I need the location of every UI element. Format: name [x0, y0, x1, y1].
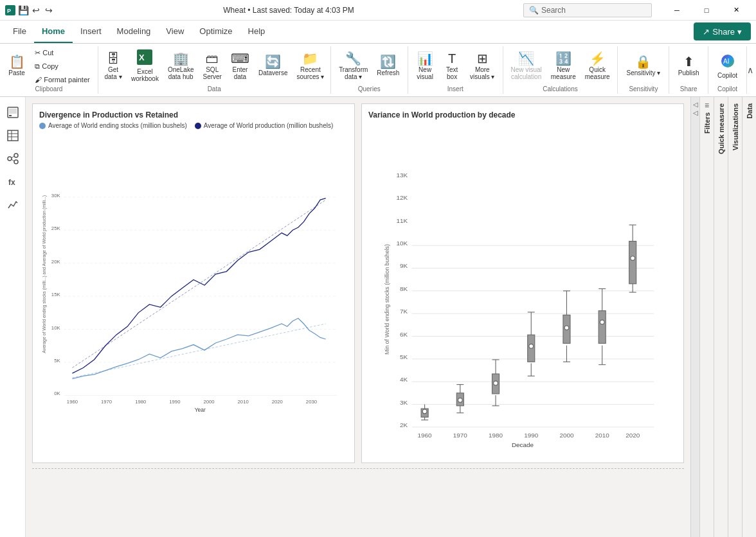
cut-button[interactable]: ✂ Cut: [31, 47, 94, 59]
svg-text:1990: 1990: [169, 399, 180, 405]
refresh-button[interactable]: 🔃 Refresh: [373, 53, 403, 79]
ribbon-group-calculations: 📉 New visualcalculation 🔢 Newmeasure ⚡ Q…: [503, 46, 618, 94]
share-label: Share: [712, 27, 735, 37]
share-button[interactable]: ↗ Share ▾: [694, 22, 751, 40]
svg-text:13K: 13K: [396, 172, 408, 179]
format-painter-button[interactable]: 🖌 Format painter: [31, 74, 94, 85]
svg-point-13: [8, 157, 12, 161]
metrics-view-icon[interactable]: [3, 195, 23, 215]
copy-button[interactable]: ⧉ Copy: [31, 60, 94, 73]
search-icon: 🔍: [529, 6, 539, 15]
svg-rect-9: [8, 130, 18, 141]
document-title: Wheat • Last saved: Today at 4:03 PM: [59, 6, 518, 15]
tab-help[interactable]: Help: [240, 20, 273, 43]
ribbon-tabs: File Home Insert Modeling View Optimize …: [0, 21, 756, 44]
sql-icon: 🗃: [206, 52, 219, 65]
svg-rect-7: [9, 109, 17, 114]
svg-point-15: [14, 160, 18, 164]
tab-home[interactable]: Home: [34, 20, 73, 43]
onelake-icon: 🏢: [173, 52, 189, 65]
excel-workbook-button[interactable]: X Excelworkbook: [127, 47, 163, 85]
tab-insert[interactable]: Insert: [73, 20, 109, 43]
minimize-button[interactable]: ─: [662, 0, 692, 21]
publish-button[interactable]: ⬆ Publish: [674, 53, 703, 79]
new-measure-icon: 🔢: [555, 52, 572, 65]
canvas-separator: [32, 468, 684, 469]
svg-rect-103: [629, 242, 636, 284]
data-label: Data: [208, 85, 221, 94]
clipboard-label: Clipboard: [35, 85, 63, 94]
sql-server-button[interactable]: 🗃 SQLServer: [199, 49, 225, 83]
svg-text:10K: 10K: [396, 240, 408, 247]
svg-text:5K: 5K: [400, 353, 408, 360]
svg-text:0K: 0K: [54, 391, 60, 396]
insert-items: 📊 Newvisual T Textbox ⊞ Morevisuals ▾: [412, 46, 498, 85]
collapse-right-icon[interactable]: ◁: [693, 109, 698, 116]
legend-dot-production: [195, 123, 201, 129]
visualizations-panel-tab[interactable]: Visualizations: [728, 97, 742, 537]
svg-point-82: [494, 381, 498, 385]
svg-point-106: [631, 256, 635, 261]
left-chart-svg: 0K 5K 10K 15K 20K 25K 30K 196: [39, 132, 348, 439]
redo-icon[interactable]: ↪: [44, 5, 54, 15]
left-chart-title: Divergence in Production vs Retained: [39, 110, 348, 119]
svg-text:9K: 9K: [400, 262, 408, 269]
tab-file[interactable]: File: [5, 20, 34, 43]
dataverse-button[interactable]: 🔄 Dataverse: [255, 53, 292, 79]
table-view-icon[interactable]: [3, 125, 23, 146]
legend-label-stocks: Average of World ending stocks (million …: [48, 122, 187, 129]
new-visual-calc-icon: 📉: [518, 52, 534, 65]
svg-line-17: [12, 159, 14, 161]
main-canvas: Divergence in Production vs Retained Ave…: [26, 97, 690, 537]
new-measure-button[interactable]: 🔢 Newmeasure: [547, 49, 580, 83]
svg-text:20K: 20K: [51, 259, 61, 265]
close-button[interactable]: ✕: [721, 0, 751, 21]
new-visual-calc-button[interactable]: 📉 New visualcalculation: [507, 49, 545, 83]
right-chart[interactable]: Variance in World production by decade 2…: [361, 103, 684, 463]
filters-panel-tab[interactable]: ≡ Filters: [699, 97, 714, 537]
onelake-button[interactable]: 🏢 OneLakedata hub: [164, 49, 198, 83]
collapse-left-icon[interactable]: ◁: [693, 101, 698, 108]
recent-sources-button[interactable]: 📁 Recentsources ▾: [293, 49, 328, 83]
data-panel-tab[interactable]: Data: [742, 97, 756, 537]
get-data-button[interactable]: 🗄 Getdata ▾: [100, 49, 126, 83]
model-view-icon[interactable]: [3, 148, 23, 169]
svg-line-16: [12, 156, 14, 158]
sensitivity-icon: 🔒: [635, 55, 651, 68]
search-box[interactable]: 🔍 Search: [523, 3, 652, 17]
sensitivity-button[interactable]: 🔒 Sensitivity ▾: [622, 53, 664, 79]
ribbon-collapse-button[interactable]: ∧: [747, 65, 753, 75]
tab-modeling[interactable]: Modeling: [109, 20, 159, 43]
search-placeholder: Search: [541, 6, 566, 15]
svg-text:AI: AI: [723, 58, 729, 65]
right-chart-title: Variance in World production by decade: [368, 110, 677, 119]
svg-text:Min of World ending stocks (mi: Min of World ending stocks (million bush…: [384, 244, 390, 355]
undo-icon[interactable]: ↩: [31, 5, 41, 15]
copilot-button[interactable]: AI Copilot: [714, 51, 741, 82]
quick-measure-button[interactable]: ⚡ Quickmeasure: [581, 49, 614, 83]
new-visual-button[interactable]: 📊 Newvisual: [412, 49, 438, 83]
quick-measure-panel-tab[interactable]: Quick measure: [714, 97, 728, 537]
maximize-button[interactable]: □: [692, 0, 721, 21]
text-box-button[interactable]: T Textbox: [439, 49, 465, 83]
tab-optimize[interactable]: Optimize: [192, 20, 240, 43]
paste-button[interactable]: 📋 Paste: [4, 53, 30, 79]
svg-text:15K: 15K: [51, 292, 61, 297]
enter-data-button[interactable]: ⌨ Enterdata: [227, 49, 253, 83]
svg-point-100: [600, 320, 604, 324]
dax-view-icon[interactable]: fx: [3, 172, 23, 192]
left-chart[interactable]: Divergence in Production vs Retained Ave…: [32, 103, 355, 463]
save-icon[interactable]: 💾: [18, 5, 28, 15]
svg-text:8K: 8K: [400, 285, 408, 292]
svg-text:25K: 25K: [51, 225, 61, 231]
report-view-icon[interactable]: [3, 102, 23, 123]
more-visuals-button[interactable]: ⊞ Morevisuals ▾: [466, 49, 498, 83]
svg-text:12K: 12K: [396, 194, 408, 201]
legend-label-production: Average of World production (million bus…: [204, 122, 333, 129]
sensitivity-items: 🔒 Sensitivity ▾: [622, 46, 664, 85]
transform-data-button[interactable]: 🔧 Transformdata ▾: [335, 49, 372, 83]
more-visuals-icon: ⊞: [477, 52, 488, 65]
ribbon-group-clipboard: 📋 Paste ✂ Cut ⧉ Copy 🖌 Format painter Cl…: [0, 46, 98, 94]
svg-point-76: [458, 398, 463, 403]
tab-view[interactable]: View: [158, 20, 192, 43]
